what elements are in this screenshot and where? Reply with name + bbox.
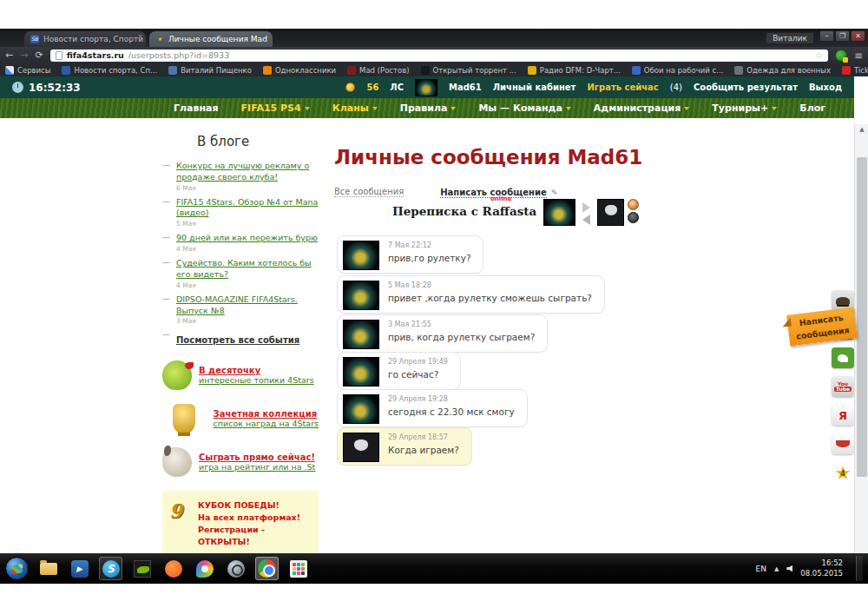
- blog-post-date: 6 Мая: [176, 184, 319, 192]
- show-desktop-button[interactable]: [856, 556, 863, 581]
- refresh-icon[interactable]: ⟳: [35, 50, 43, 60]
- bookmark-item[interactable]: Ticketland. Личный ...: [842, 66, 868, 75]
- minimize-button[interactable]: –: [819, 30, 834, 42]
- blog-post-link[interactable]: FIFA15 4Stars. Обзор №4 от Mana (видео): [176, 197, 319, 220]
- user-avatar[interactable]: [415, 79, 437, 96]
- tab-news[interactable]: SB Новости спорта, Спорти ×: [24, 31, 146, 47]
- message-text: го сейчас?: [388, 369, 448, 380]
- bookmark-label: Радио DFM: D-Чарт...: [540, 66, 621, 75]
- apps-grid-icon: [290, 560, 307, 578]
- taskbar-paint[interactable]: [193, 557, 216, 580]
- blog-post-link[interactable]: Конкурс на лучшую рекламу о продаже свое…: [176, 161, 319, 183]
- taskbar-skype[interactable]: S: [99, 557, 122, 580]
- play-now-promo-sublink[interactable]: игра на рейтинг или на .St: [199, 462, 315, 472]
- nav-team[interactable]: Мы — Команда: [478, 102, 570, 114]
- yandex-icon[interactable]: Я: [832, 405, 854, 426]
- logout-link[interactable]: Выход: [809, 83, 842, 92]
- username-link[interactable]: Mad61: [449, 83, 482, 92]
- bookmark-item[interactable]: Обои на рабочий с...: [632, 66, 723, 75]
- mad61-avatar[interactable]: [343, 357, 379, 387]
- close-tab-icon[interactable]: ×: [137, 33, 143, 41]
- mad61-avatar[interactable]: [543, 199, 575, 226]
- blog-post-link[interactable]: Судейство. Каким хотелось бы его видеть?: [176, 258, 319, 281]
- mad61-avatar[interactable]: [343, 281, 379, 310]
- bowl-icon[interactable]: [832, 433, 854, 454]
- ls-link[interactable]: ЛС: [390, 83, 404, 92]
- language-indicator[interactable]: EN: [756, 565, 766, 573]
- conversation-header: Переписка с Raffasta online: [392, 199, 639, 226]
- folder-icon: [40, 563, 57, 575]
- taskbar-origin[interactable]: [161, 557, 185, 580]
- top-topics-sublink[interactable]: интересные топики 4Stars: [199, 375, 314, 385]
- taskbar-apps-grid[interactable]: [286, 557, 310, 580]
- back-icon[interactable]: ←: [5, 50, 13, 60]
- message-bubble: 5 Мая 18:28 привет ,когда рулетку сможеш…: [337, 275, 605, 314]
- taskbar-explorer[interactable]: [36, 557, 60, 580]
- chrome-profile-button[interactable]: Виталик: [766, 32, 814, 44]
- bookmark-item[interactable]: Одноклассники: [263, 66, 336, 75]
- scrollbar[interactable]: ▲ ▼: [854, 124, 868, 553]
- nav-rules[interactable]: Правила: [400, 102, 457, 114]
- bookmark-label: Сервисы: [17, 66, 50, 75]
- taskbar-clock[interactable]: 16:52 08.05.2015: [800, 558, 846, 578]
- nav-fifa15-ps4[interactable]: FIFA15 PS4: [241, 102, 310, 114]
- fourstars-icon[interactable]: ★4: [832, 462, 854, 483]
- extension-icon[interactable]: [835, 50, 847, 62]
- taskbar-steam[interactable]: [224, 557, 247, 580]
- play-now-link[interactable]: Играть сейчас: [587, 83, 658, 92]
- blog-post-link[interactable]: 90 дней или как пережить бурю: [176, 233, 319, 244]
- bookmark-star-icon[interactable]: ☆: [815, 50, 823, 60]
- cabinet-link[interactable]: Личный кабинет: [493, 83, 576, 92]
- bookmark-item[interactable]: Одежда для военных: [734, 66, 831, 75]
- nav-blog[interactable]: Блог: [799, 102, 825, 114]
- ok-icon: [263, 66, 272, 75]
- bookmark-item[interactable]: Сервисы: [5, 66, 50, 75]
- awards-sublink[interactable]: список наград на 4Stars: [214, 419, 319, 428]
- bookmark-item[interactable]: Радио DFM: D-Чарт...: [528, 66, 621, 75]
- scrollbar-thumb[interactable]: [857, 157, 867, 477]
- blog-post-link[interactable]: DIPSO-MAGAZINE FIFA4Stars. Выпуск №8: [176, 294, 319, 317]
- start-button[interactable]: [5, 557, 29, 580]
- forward-icon[interactable]: →: [20, 50, 28, 60]
- youtube-icon[interactable]: You Tube: [832, 376, 854, 397]
- bookmark-item[interactable]: Новости спорта, Сп...: [62, 66, 157, 75]
- taskbar-nvidia[interactable]: [130, 557, 154, 580]
- speaker-icon[interactable]: [786, 565, 792, 572]
- nav-admin[interactable]: Администрация: [594, 102, 690, 114]
- bookmark-item[interactable]: Виталий Пищенко: [168, 66, 252, 75]
- top-topics-link[interactable]: В десяточку: [199, 366, 314, 375]
- mad61-avatar[interactable]: [343, 320, 379, 349]
- play-count: (4): [670, 83, 682, 92]
- menu-icon[interactable]: ≡: [854, 50, 863, 62]
- blog-heading: В блоге: [197, 134, 319, 149]
- address-bar[interactable]: fifa4stars.ru /userposts.php?id=8933 ☆: [50, 50, 828, 62]
- tray-expand-icon[interactable]: ▲: [774, 565, 779, 572]
- tab-messages[interactable]: ★ Личные сообщения Mad: [149, 31, 273, 47]
- nav-tournaments[interactable]: Турниры+: [712, 102, 777, 114]
- nav-home[interactable]: Главная: [174, 102, 219, 114]
- message-text: прив, когда рулетку сыграем?: [388, 332, 535, 342]
- bookmark-item[interactable]: Mad (Ростов): [347, 66, 409, 75]
- all-messages-link[interactable]: Все сообщения: [334, 187, 404, 197]
- raffasta-avatar[interactable]: [343, 433, 379, 462]
- play-now-promo-link[interactable]: Сыграть прямо сейчас!: [199, 453, 315, 462]
- bookmark-label: Mad (Ростов): [359, 66, 409, 75]
- restore-button[interactable]: ❐: [835, 30, 850, 42]
- taskbar-chrome[interactable]: [255, 557, 279, 580]
- awards-link[interactable]: Зачетная коллекция: [214, 409, 319, 419]
- content-area: В блоге Конкурс на лучшую рекламу о прод…: [0, 118, 854, 553]
- report-result-link[interactable]: Сообщить результат: [694, 83, 798, 92]
- online-badge: online: [490, 195, 511, 202]
- taskbar-media-player[interactable]: ▶: [68, 557, 91, 580]
- message-date: 29 Апреля 19:28: [388, 395, 515, 403]
- page-title: Личные сообщения Mad61: [334, 146, 642, 169]
- close-button[interactable]: ✕: [851, 30, 865, 42]
- raffasta-avatar[interactable]: [597, 199, 624, 226]
- mad61-avatar[interactable]: [343, 394, 379, 424]
- bookmark-item[interactable]: Открытый торрент ...: [421, 66, 516, 75]
- nav-clans[interactable]: Кланы: [332, 102, 378, 114]
- mad61-avatar[interactable]: [343, 241, 379, 270]
- twitter-icon[interactable]: [832, 347, 854, 368]
- scroll-up-icon[interactable]: ▲: [855, 124, 868, 135]
- view-all-events-link[interactable]: Посмотреть все события: [176, 335, 299, 345]
